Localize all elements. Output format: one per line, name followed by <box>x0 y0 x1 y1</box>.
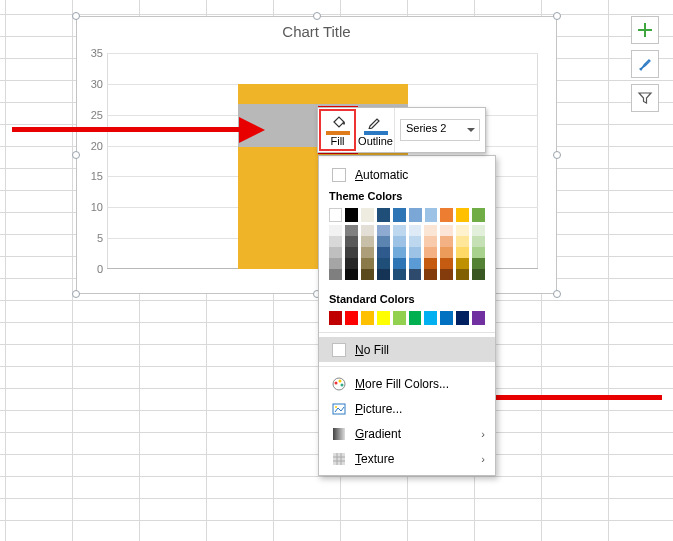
svg-point-5 <box>335 406 337 408</box>
color-swatch[interactable] <box>456 236 469 247</box>
color-swatch[interactable] <box>425 208 438 222</box>
selection-handle[interactable] <box>72 290 80 298</box>
color-swatch[interactable] <box>472 269 485 280</box>
selection-handle[interactable] <box>553 290 561 298</box>
color-swatch[interactable] <box>345 236 358 247</box>
color-swatch[interactable] <box>329 247 342 258</box>
color-swatch[interactable] <box>329 225 342 236</box>
color-swatch[interactable] <box>424 258 437 269</box>
color-swatch[interactable] <box>472 236 485 247</box>
color-swatch[interactable] <box>345 311 358 325</box>
color-swatch[interactable] <box>440 225 453 236</box>
selection-handle[interactable] <box>313 12 321 20</box>
color-swatch[interactable] <box>472 258 485 269</box>
series-selector-dropdown[interactable]: Series 2 <box>400 119 480 141</box>
color-swatch[interactable] <box>361 236 374 247</box>
y-tick-label: 35 <box>85 47 103 59</box>
color-swatch[interactable] <box>377 247 390 258</box>
color-swatch[interactable] <box>361 269 374 280</box>
series-selector-area: Series 2 <box>394 108 485 152</box>
picture-tail: icture... <box>363 402 402 416</box>
color-swatch[interactable] <box>456 258 469 269</box>
color-swatch[interactable] <box>456 311 469 325</box>
color-swatch[interactable] <box>424 236 437 247</box>
color-swatch[interactable] <box>329 236 342 247</box>
color-swatch[interactable] <box>409 236 422 247</box>
color-swatch[interactable] <box>440 269 453 280</box>
color-swatch[interactable] <box>409 269 422 280</box>
color-swatch[interactable] <box>361 311 374 325</box>
color-swatch[interactable] <box>440 236 453 247</box>
color-swatch[interactable] <box>424 247 437 258</box>
color-swatch[interactable] <box>329 258 342 269</box>
color-swatch[interactable] <box>424 269 437 280</box>
palette-icon <box>329 376 349 392</box>
color-swatch[interactable] <box>329 311 342 325</box>
automatic-swatch <box>332 168 346 182</box>
color-swatch[interactable] <box>393 311 406 325</box>
color-swatch[interactable] <box>361 208 374 222</box>
color-swatch[interactable] <box>329 208 342 222</box>
texture-icon <box>329 451 349 467</box>
color-swatch[interactable] <box>440 208 453 222</box>
color-swatch[interactable] <box>440 311 453 325</box>
color-swatch[interactable] <box>456 247 469 258</box>
fill-automatic[interactable]: Automatic <box>319 162 495 187</box>
color-swatch[interactable] <box>361 247 374 258</box>
color-swatch[interactable] <box>393 269 406 280</box>
color-swatch[interactable] <box>409 311 422 325</box>
color-swatch[interactable] <box>409 225 422 236</box>
color-swatch[interactable] <box>472 311 485 325</box>
color-swatch[interactable] <box>440 247 453 258</box>
no-fill-item[interactable]: No Fill <box>319 337 495 362</box>
color-swatch[interactable] <box>393 258 406 269</box>
color-swatch[interactable] <box>377 269 390 280</box>
chevron-right-icon: › <box>481 453 485 465</box>
chart-elements-button[interactable] <box>631 16 659 44</box>
color-swatch[interactable] <box>393 208 406 222</box>
color-swatch[interactable] <box>409 247 422 258</box>
color-swatch[interactable] <box>456 269 469 280</box>
chart-styles-button[interactable] <box>631 50 659 78</box>
color-swatch[interactable] <box>472 208 485 222</box>
color-swatch[interactable] <box>361 225 374 236</box>
selection-handle[interactable] <box>72 12 80 20</box>
svg-rect-7 <box>333 453 345 465</box>
picture-item[interactable]: Picture... <box>319 396 495 421</box>
color-swatch[interactable] <box>345 208 358 222</box>
color-swatch[interactable] <box>329 269 342 280</box>
color-swatch[interactable] <box>377 225 390 236</box>
selection-handle[interactable] <box>553 12 561 20</box>
color-swatch[interactable] <box>345 247 358 258</box>
gradient-item[interactable]: Gradient › <box>319 421 495 446</box>
color-swatch[interactable] <box>472 225 485 236</box>
color-swatch[interactable] <box>393 247 406 258</box>
selection-handle[interactable] <box>553 151 561 159</box>
color-swatch[interactable] <box>424 225 437 236</box>
color-swatch[interactable] <box>393 236 406 247</box>
color-swatch[interactable] <box>424 311 437 325</box>
brush-icon <box>637 56 653 72</box>
color-swatch[interactable] <box>440 258 453 269</box>
color-swatch[interactable] <box>377 258 390 269</box>
color-swatch[interactable] <box>409 258 422 269</box>
color-swatch[interactable] <box>393 225 406 236</box>
color-swatch[interactable] <box>345 225 358 236</box>
color-swatch[interactable] <box>456 225 469 236</box>
color-swatch[interactable] <box>345 269 358 280</box>
color-swatch[interactable] <box>377 236 390 247</box>
selection-handle[interactable] <box>72 151 80 159</box>
color-swatch[interactable] <box>345 258 358 269</box>
color-swatch[interactable] <box>377 311 390 325</box>
color-swatch[interactable] <box>377 208 390 222</box>
fill-button[interactable]: Fill <box>319 109 356 151</box>
more-fill-colors-item[interactable]: More Fill Colors... <box>319 371 495 396</box>
outline-button[interactable]: Outline <box>357 108 394 152</box>
color-swatch[interactable] <box>456 208 469 222</box>
color-swatch[interactable] <box>472 247 485 258</box>
color-swatch[interactable] <box>409 208 422 222</box>
color-swatch[interactable] <box>361 258 374 269</box>
chart-title[interactable]: Chart Title <box>77 17 556 40</box>
chart-filters-button[interactable] <box>631 84 659 112</box>
texture-item[interactable]: Texture › <box>319 446 495 471</box>
